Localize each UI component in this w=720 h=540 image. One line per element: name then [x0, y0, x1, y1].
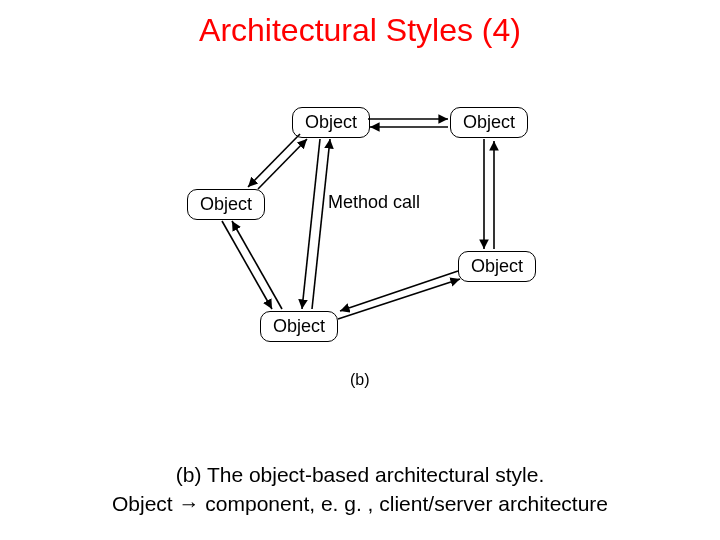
svg-line-11 — [340, 271, 458, 311]
slide-title: Architectural Styles (4) — [0, 12, 720, 49]
caption-line-2: Object → component, e. g. , client/serve… — [112, 492, 608, 515]
object-node-bot-left: Object — [260, 311, 338, 342]
figure-label: (b) — [350, 371, 370, 389]
object-node-top-right: Object — [450, 107, 528, 138]
svg-line-7 — [232, 221, 282, 309]
svg-line-1 — [258, 139, 307, 189]
object-node-bot-right: Object — [458, 251, 536, 282]
svg-line-0 — [248, 134, 300, 187]
caption-line-1: (b) The object-based architectural style… — [176, 463, 544, 486]
svg-line-10 — [338, 279, 460, 319]
object-node-top-left: Object — [292, 107, 370, 138]
svg-line-9 — [312, 139, 330, 309]
object-diagram: Object Object Object Object Object Metho… — [0, 79, 720, 409]
method-call-label: Method call — [328, 192, 420, 213]
svg-line-6 — [222, 221, 272, 309]
slide-caption: (b) The object-based architectural style… — [0, 461, 720, 518]
svg-line-8 — [302, 139, 320, 309]
object-node-mid-left: Object — [187, 189, 265, 220]
